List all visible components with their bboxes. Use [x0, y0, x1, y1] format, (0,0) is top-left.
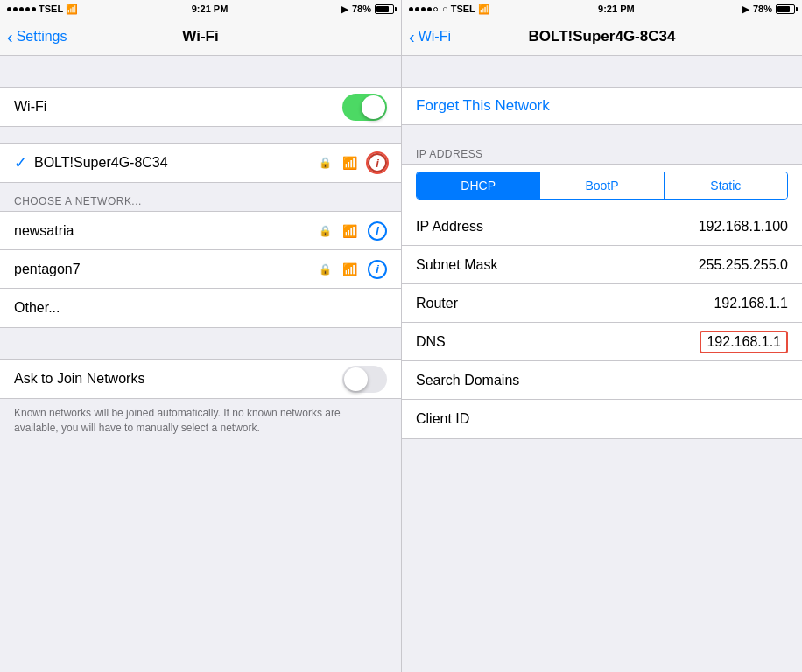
detail-subnet-mask[interactable]: Subnet Mask 255.255.255.0 — [402, 246, 802, 284]
right-nav-title: BOLT!Super4G-8C34 — [529, 28, 676, 45]
right-back-chevron: ‹ — [409, 28, 415, 46]
right-nav-bar: ‹ Wi-Fi BOLT!Super4G-8C34 — [402, 18, 802, 56]
left-time: 9:21 PM — [192, 4, 229, 14]
right-carrier: ○ TSEL 📶 — [409, 4, 490, 15]
rdot-1 — [409, 7, 413, 11]
lock-icon: 🔒 — [319, 157, 332, 169]
left-spacer-2 — [0, 127, 401, 143]
detail-subnet-label: Subnet Mask — [416, 257, 699, 273]
connected-network-icons: 🔒 📶 i — [319, 153, 387, 172]
ask-join-thumb — [344, 368, 368, 391]
segment-bootp-label: BootP — [585, 178, 618, 192]
wifi-toggle-cell: Wi-Fi — [0, 88, 401, 126]
rdot-2 — [415, 7, 419, 11]
segment-static[interactable]: Static — [665, 172, 787, 199]
info-button-connected[interactable]: i — [368, 153, 387, 172]
left-nav-bar: ‹ Settings Wi-Fi — [0, 18, 401, 56]
right-battery-pct: 78% — [753, 4, 772, 14]
left-panel: TSEL 📶 9:21 PM ▶ 78% ‹ Settings Wi-Fi Wi… — [0, 0, 401, 672]
detail-router-value: 192.168.1.1 — [714, 296, 788, 312]
dot-3 — [19, 7, 24, 11]
left-spacer-3 — [0, 328, 401, 359]
ip-segment-row: DHCP BootP Static — [402, 164, 802, 207]
right-panel: ○ TSEL 📶 9:21 PM ▶ 78% ‹ Wi-Fi BOLT!Supe… — [401, 0, 802, 672]
right-status-bar: ○ TSEL 📶 9:21 PM ▶ 78% — [402, 0, 802, 18]
left-back-button[interactable]: ‹ Settings — [7, 28, 67, 46]
wifi-toggle-thumb — [362, 95, 385, 119]
forget-network-label: Forget This Network — [416, 97, 550, 115]
signal-dots — [7, 7, 36, 11]
checkmark-icon: ✓ — [14, 153, 27, 172]
left-location-icon: ▶ — [341, 4, 348, 14]
left-status-right: ▶ 78% — [341, 4, 394, 14]
left-battery-fill — [376, 6, 389, 12]
other-network-label: Other... — [14, 300, 387, 316]
right-battery-icon — [776, 4, 795, 14]
newsatria-wifi: 📶 — [342, 224, 357, 238]
ask-join-footer: Known networks will be joined automatica… — [0, 399, 401, 443]
dot-4 — [25, 7, 30, 11]
pentagon7-info[interactable]: i — [368, 260, 387, 279]
segment-bootp[interactable]: BootP — [540, 172, 664, 199]
detail-subnet-value: 255.255.255.0 — [699, 257, 788, 273]
ask-join-cell: Ask to Join Networks — [0, 360, 401, 398]
pentagon7-lock: 🔒 — [319, 263, 332, 276]
right-status-right: ▶ 78% — [742, 4, 795, 14]
right-wifi-icon: 📶 — [478, 4, 490, 15]
detail-router[interactable]: Router 192.168.1.1 — [402, 284, 802, 323]
left-nav-title: Wi-Fi — [182, 28, 218, 46]
other-network-cell[interactable]: Other... — [0, 289, 401, 327]
detail-clientid-label: Client ID — [416, 411, 788, 427]
detail-dns[interactable]: DNS 192.168.1.1 — [402, 323, 802, 361]
ip-header-label: IP ADDRESS — [416, 148, 483, 160]
ask-join-group: Ask to Join Networks — [0, 359, 401, 399]
wifi-signal-icon: 📶 — [342, 156, 357, 170]
wifi-label: Wi-Fi — [14, 99, 342, 115]
connected-network-group: ✓ BOLT!Super4G-8C34 🔒 📶 i — [0, 143, 401, 183]
ask-join-toggle[interactable] — [342, 366, 387, 393]
right-back-label: Wi-Fi — [419, 29, 451, 45]
segment-static-label: Static — [710, 178, 741, 192]
pentagon7-icons: 🔒 📶 i — [319, 260, 387, 279]
network-pentagon7[interactable]: pentagon7 🔒 📶 i — [0, 250, 401, 289]
choose-network-label: CHOOSE A NETWORK... — [14, 195, 142, 207]
detail-ip-value: 192.168.1.100 — [699, 219, 788, 234]
detail-dns-value: 192.168.1.1 — [700, 331, 788, 354]
newsatria-lock: 🔒 — [319, 225, 332, 237]
detail-client-id[interactable]: Client ID — [402, 400, 802, 438]
left-carrier: TSEL 📶 — [7, 4, 78, 15]
dot-1 — [7, 7, 11, 11]
wifi-toggle[interactable] — [342, 94, 387, 121]
left-top-spacer — [0, 56, 401, 87]
left-carrier-name: TSEL — [39, 4, 63, 14]
right-battery-fill — [777, 6, 790, 12]
detail-router-label: Router — [416, 296, 714, 312]
rdot-4 — [427, 7, 432, 11]
newsatria-icons: 🔒 📶 i — [319, 221, 387, 241]
detail-search-domains[interactable]: Search Domains — [402, 361, 802, 400]
newsatria-info[interactable]: i — [368, 221, 387, 241]
rdot-5 — [433, 7, 438, 11]
left-battery-icon — [375, 4, 394, 14]
ip-address-header: IP ADDRESS — [402, 139, 802, 164]
detail-group: IP Address 192.168.1.100 Subnet Mask 255… — [402, 207, 802, 439]
detail-search-label: Search Domains — [416, 373, 788, 388]
rdot-3 — [421, 7, 426, 11]
detail-ip-address[interactable]: IP Address 192.168.1.100 — [402, 207, 802, 246]
connected-network-name: BOLT!Super4G-8C34 — [34, 155, 319, 171]
dot-2 — [13, 7, 18, 11]
ask-join-label: Ask to Join Networks — [14, 371, 342, 387]
connected-network-cell[interactable]: ✓ BOLT!Super4G-8C34 🔒 📶 i — [0, 144, 401, 182]
forget-network-cell[interactable]: Forget This Network — [402, 87, 802, 125]
right-carrier-name: ○ TSEL — [442, 4, 475, 14]
segment-dhcp[interactable]: DHCP — [417, 172, 540, 199]
right-location-icon: ▶ — [742, 4, 749, 14]
right-back-button[interactable]: ‹ Wi-Fi — [409, 28, 451, 46]
left-wifi-icon: 📶 — [66, 4, 78, 15]
right-time: 9:21 PM — [598, 4, 635, 14]
network-newsatria[interactable]: newsatria 🔒 📶 i — [0, 212, 401, 250]
network-newsatria-label: newsatria — [14, 223, 319, 239]
network-pentagon7-label: pentagon7 — [14, 262, 319, 277]
footer-text-content: Known networks will be joined automatica… — [14, 407, 341, 434]
detail-ip-label: IP Address — [416, 219, 699, 234]
